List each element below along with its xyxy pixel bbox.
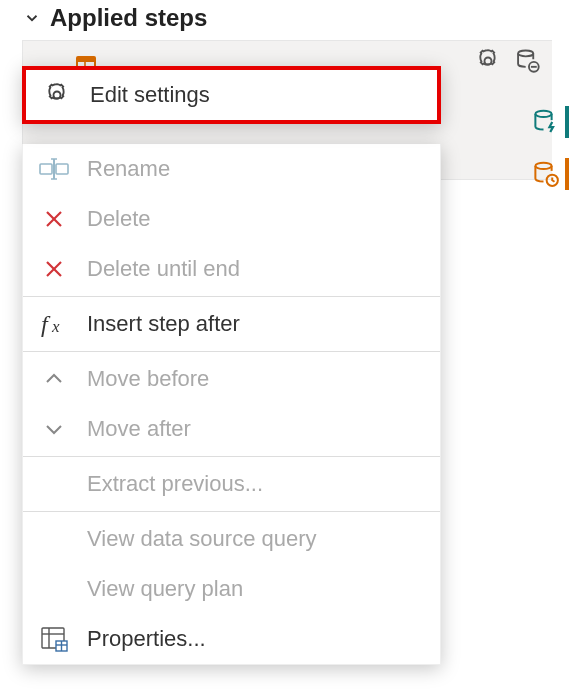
blank-icon xyxy=(37,574,71,604)
svg-text:x: x xyxy=(51,317,60,336)
svg-rect-1 xyxy=(77,57,95,62)
context-menu-highlight: Edit settings xyxy=(22,66,441,124)
applied-steps-header: Applied steps xyxy=(0,0,581,40)
menu-move-after-label: Move after xyxy=(87,416,191,442)
svg-rect-11 xyxy=(40,164,52,174)
menu-properties[interactable]: Properties... xyxy=(23,614,440,664)
menu-edit-settings-label: Edit settings xyxy=(90,82,210,108)
svg-rect-12 xyxy=(56,164,68,174)
properties-icon xyxy=(37,624,71,654)
svg-text:f: f xyxy=(41,311,51,337)
close-icon xyxy=(37,204,71,234)
menu-delete-label: Delete xyxy=(87,206,151,232)
menu-view-query-plan[interactable]: View query plan xyxy=(23,564,440,614)
menu-separator xyxy=(23,511,440,512)
menu-move-before-label: Move before xyxy=(87,366,209,392)
blank-icon xyxy=(37,469,71,499)
menu-rename[interactable]: Rename xyxy=(23,144,440,194)
database-remove-icon[interactable] xyxy=(514,47,542,79)
menu-delete-until-end[interactable]: Delete until end xyxy=(23,244,440,294)
gear-icon[interactable] xyxy=(474,47,502,79)
blank-icon xyxy=(37,524,71,554)
context-menu: Rename Delete Delete until end f x Inser… xyxy=(22,144,441,665)
menu-rename-label: Rename xyxy=(87,156,170,182)
menu-move-before[interactable]: Move before xyxy=(23,354,440,404)
gear-icon xyxy=(40,80,74,110)
menu-view-data-source-query[interactable]: View data source query xyxy=(23,514,440,564)
menu-extract-previous[interactable]: Extract previous... xyxy=(23,459,440,509)
svg-point-8 xyxy=(535,163,551,169)
menu-insert-step-after[interactable]: f x Insert step after xyxy=(23,299,440,349)
side-icons xyxy=(529,104,563,192)
chevron-up-icon xyxy=(37,364,71,394)
step-row-actions xyxy=(474,47,542,79)
chevron-down-icon[interactable] xyxy=(22,9,42,27)
fx-icon: f x xyxy=(37,309,71,339)
menu-move-after[interactable]: Move after xyxy=(23,404,440,454)
menu-separator xyxy=(23,351,440,352)
menu-delete-until-end-label: Delete until end xyxy=(87,256,240,282)
menu-properties-label: Properties... xyxy=(87,626,206,652)
svg-point-4 xyxy=(518,51,533,57)
close-icon xyxy=(37,254,71,284)
svg-point-7 xyxy=(535,111,551,117)
menu-view-data-source-query-label: View data source query xyxy=(87,526,317,552)
menu-separator xyxy=(23,296,440,297)
menu-view-query-plan-label: View query plan xyxy=(87,576,243,602)
database-clock-icon[interactable] xyxy=(529,156,563,192)
chevron-down-icon xyxy=(37,414,71,444)
menu-insert-step-after-label: Insert step after xyxy=(87,311,240,337)
rename-icon xyxy=(37,154,71,184)
menu-separator xyxy=(23,456,440,457)
menu-edit-settings[interactable]: Edit settings xyxy=(26,70,437,120)
menu-delete[interactable]: Delete xyxy=(23,194,440,244)
applied-steps-title: Applied steps xyxy=(50,4,207,32)
database-lightning-icon[interactable] xyxy=(529,104,563,140)
menu-extract-previous-label: Extract previous... xyxy=(87,471,263,497)
